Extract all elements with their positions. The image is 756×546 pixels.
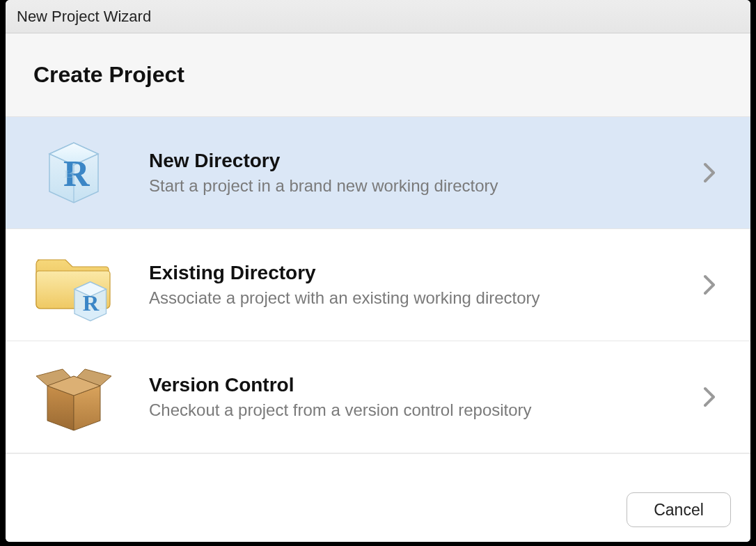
option-text: New Directory Start a project in a brand… [149,150,703,196]
option-new-directory[interactable]: R R New Directory Start a project in a b… [6,117,750,229]
options-list: R R New Directory Start a project in a b… [6,117,750,453]
cancel-button[interactable]: Cancel [627,492,731,527]
wizard-footer: Cancel [6,478,750,542]
svg-text:R: R [63,169,77,180]
folder-r-cube-icon: R [32,243,116,327]
spacer [6,453,750,478]
chevron-right-icon [703,387,731,407]
option-title: Version Control [149,374,703,396]
option-existing-directory[interactable]: R Existing Directory Associate a project… [6,229,750,341]
package-box-icon: R [32,355,116,439]
chevron-right-icon [703,274,731,295]
option-text: Version Control Checkout a project from … [149,374,703,420]
page-title: Create Project [33,62,184,88]
wizard-header: Create Project [6,33,750,117]
option-title: Existing Directory [149,262,703,284]
r-cube-icon: R R [32,131,116,214]
window-title: New Project Wizard [17,8,151,26]
wizard-window: New Project Wizard Create Project [6,0,750,542]
window-titlebar: New Project Wizard [6,0,750,33]
option-subtitle: Associate a project with an existing wor… [149,288,703,308]
chevron-right-icon [703,162,731,183]
option-title: New Directory [149,150,703,172]
option-subtitle: Start a project in a brand new working d… [149,176,703,196]
option-version-control[interactable]: R Version Control Checkout a project fro… [6,341,750,453]
svg-text:R: R [83,290,100,315]
option-subtitle: Checkout a project from a version contro… [149,400,703,420]
option-text: Existing Directory Associate a project w… [149,262,703,308]
